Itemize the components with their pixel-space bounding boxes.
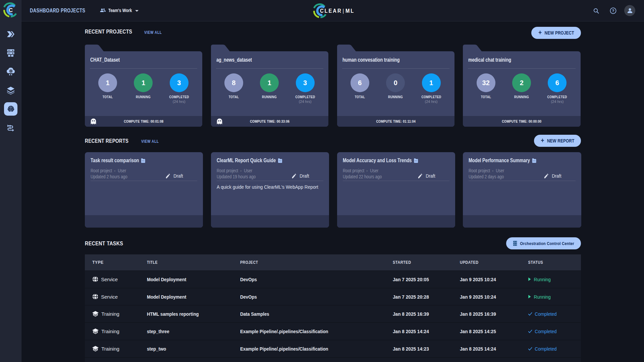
svg-text:C: C — [9, 7, 13, 13]
svg-text:?: ? — [612, 9, 614, 13]
